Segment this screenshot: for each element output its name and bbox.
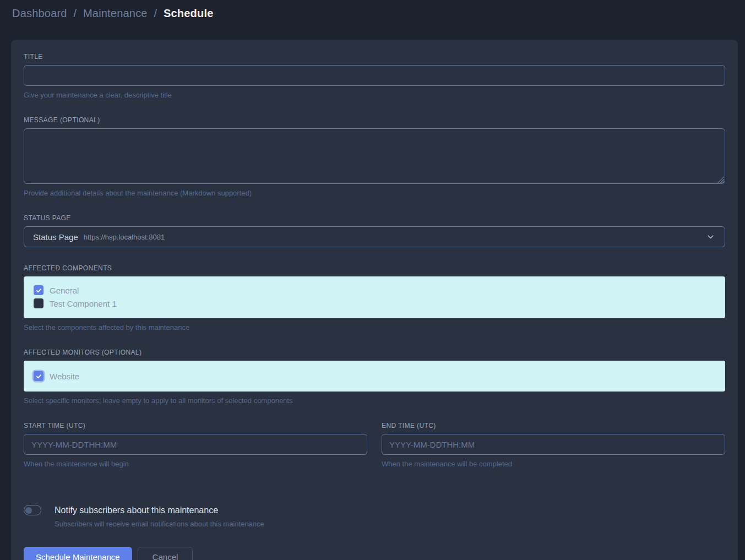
form-actions: Schedule Maintenance Cancel [24,547,725,560]
checkbox-website[interactable] [34,371,43,381]
affected-monitors-listbox: Website [24,361,725,392]
affected-components-helper-text: Select the components affected by this m… [24,323,725,331]
affected-components-listbox: General Test Component 1 [24,276,725,318]
title-field-group: TITLE Give your maintenance a clear, des… [24,53,725,99]
monitor-option-website[interactable]: Website [24,369,725,383]
monitor-option-label: Website [50,372,79,381]
component-option-test-component-1[interactable]: Test Component 1 [24,297,725,310]
component-option-general[interactable]: General [24,284,725,297]
start-time-group: START TIME (UTC) When the maintenance wi… [24,422,367,468]
affected-monitors-label: AFFECTED MONITORS (OPTIONAL) [24,349,725,356]
breadcrumb-current-schedule: Schedule [164,7,214,19]
breadcrumb-separator: / [154,7,157,19]
message-label: MESSAGE (OPTIONAL) [24,116,725,124]
time-fields-row: START TIME (UTC) When the maintenance wi… [24,422,725,485]
affected-components-label: AFFECTED COMPONENTS [24,264,725,272]
start-time-input[interactable] [24,434,367,455]
checkbox-test-component-1[interactable] [34,298,43,308]
breadcrumb-separator: / [73,7,77,19]
notify-subscribers-toggle[interactable] [24,505,41,515]
affected-monitors-group: AFFECTED MONITORS (OPTIONAL) Website Sel… [24,349,725,405]
notify-subscribers-label[interactable]: Notify subscribers about this maintenanc… [55,505,218,515]
schedule-maintenance-button[interactable]: Schedule Maintenance [24,547,132,560]
checkbox-general[interactable] [34,285,43,295]
message-helper-text: Provide additional details about the mai… [24,189,725,197]
toggle-knob [25,507,32,514]
message-field-group: MESSAGE (OPTIONAL) Provide additional de… [24,116,725,197]
component-option-label: Test Component 1 [50,299,117,308]
notify-subscribers-helper-text: Subscribers will receive email notificat… [55,520,725,528]
message-textarea[interactable] [24,128,725,184]
status-page-selected-name: Status Page [33,232,78,242]
schedule-maintenance-form-card: TITLE Give your maintenance a clear, des… [11,40,738,560]
notify-subscribers-group: Notify subscribers about this maintenanc… [24,505,725,528]
status-page-label: STATUS PAGE [24,214,725,222]
breadcrumb: Dashboard / Maintenance / Schedule [12,7,733,20]
chevron-down-icon [706,233,715,241]
affected-monitors-helper-text: Select specific monitors; leave empty to… [24,396,725,405]
breadcrumb-maintenance[interactable]: Maintenance [83,7,148,19]
end-time-label: END TIME (UTC) [382,422,725,429]
affected-components-group: AFFECTED COMPONENTS General Test Compone… [24,264,725,331]
start-time-label: START TIME (UTC) [24,422,367,429]
title-helper-text: Give your maintenance a clear, descripti… [24,91,725,99]
component-option-label: General [50,286,79,295]
breadcrumb-dashboard[interactable]: Dashboard [12,7,67,19]
end-time-group: END TIME (UTC) When the maintenance will… [382,422,725,468]
cancel-button[interactable]: Cancel [138,547,193,560]
top-header: Dashboard / Maintenance / Schedule [0,0,745,26]
end-time-input[interactable] [382,434,725,455]
start-time-helper-text: When the maintenance will begin [24,460,367,468]
status-page-field-group: STATUS PAGE Status Page https://hsp.loca… [24,214,725,247]
title-label: TITLE [24,53,725,61]
status-page-selected-url: https://hsp.localhost:8081 [84,233,165,241]
end-time-helper-text: When the maintenance will be completed [382,460,725,468]
status-page-select[interactable]: Status Page https://hsp.localhost:8081 [24,226,725,247]
title-input[interactable] [24,65,725,86]
